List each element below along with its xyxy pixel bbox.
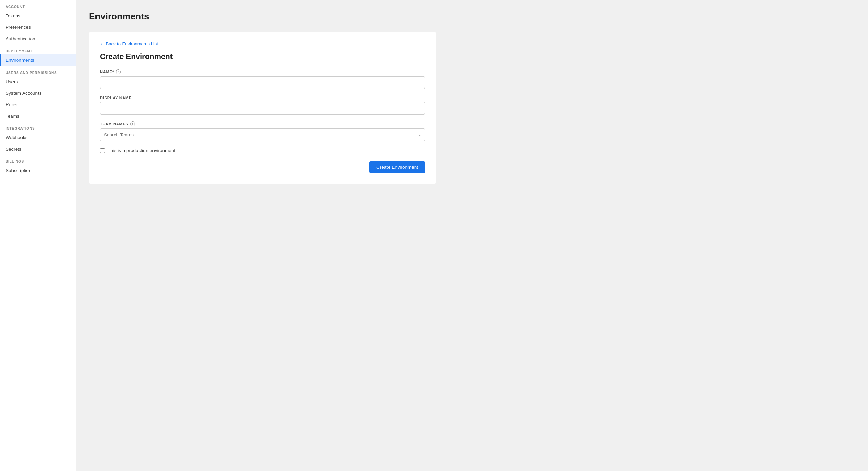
- name-help-icon: i: [116, 69, 121, 74]
- card-footer: Create Environment: [100, 161, 425, 173]
- sidebar-item-users[interactable]: Users: [0, 76, 76, 87]
- card-title: Create Environment: [100, 52, 425, 61]
- sidebar-item-secrets[interactable]: Secrets: [0, 143, 76, 155]
- sidebar-item-authentication[interactable]: Authentication: [0, 33, 76, 44]
- page-title: Environments: [89, 11, 856, 22]
- sidebar-item-teams[interactable]: Teams: [0, 110, 76, 122]
- display-name-label: DISPLAY NAME: [100, 96, 425, 100]
- team-names-help-icon: i: [130, 121, 135, 126]
- name-field-group: NAME* i: [100, 69, 425, 89]
- production-checkbox[interactable]: [100, 148, 105, 153]
- name-input[interactable]: [100, 76, 425, 89]
- sidebar-item-environments[interactable]: Environments: [0, 54, 76, 66]
- sidebar-section-deployment: DEPLOYMENT: [0, 44, 76, 54]
- sidebar-item-tokens[interactable]: Tokens: [0, 10, 76, 22]
- sidebar-item-subscription[interactable]: Subscription: [0, 165, 76, 176]
- sidebar-item-roles[interactable]: Roles: [0, 99, 76, 110]
- production-checkbox-row: This is a production environment: [100, 148, 425, 153]
- team-names-select-wrapper: ⌄: [100, 128, 425, 141]
- sidebar-section-billings: BILLINGS: [0, 155, 76, 165]
- display-name-input[interactable]: [100, 102, 425, 115]
- main-content: Environments ← Back to Environments List…: [76, 0, 868, 471]
- sidebar-item-system-accounts[interactable]: System Accounts: [0, 87, 76, 99]
- back-link[interactable]: ← Back to Environments List: [100, 41, 425, 47]
- sidebar-section-account: ACCOUNT: [0, 0, 76, 10]
- name-label: NAME* i: [100, 69, 425, 74]
- team-names-input[interactable]: [100, 128, 425, 141]
- create-environment-card: ← Back to Environments List Create Envir…: [89, 32, 436, 184]
- sidebar-section-integrations: INTEGRATIONS: [0, 122, 76, 132]
- sidebar-section-users-and-permissions: USERS AND PERMISSIONS: [0, 66, 76, 76]
- create-environment-button[interactable]: Create Environment: [369, 161, 425, 173]
- display-name-field-group: DISPLAY NAME: [100, 96, 425, 115]
- sidebar: ACCOUNTTokensPreferencesAuthenticationDE…: [0, 0, 76, 471]
- team-names-field-group: TEAM NAMES i ⌄: [100, 121, 425, 141]
- production-checkbox-label[interactable]: This is a production environment: [108, 148, 175, 153]
- sidebar-item-preferences[interactable]: Preferences: [0, 22, 76, 33]
- sidebar-item-webhooks[interactable]: Webhooks: [0, 132, 76, 143]
- team-names-label: TEAM NAMES i: [100, 121, 425, 126]
